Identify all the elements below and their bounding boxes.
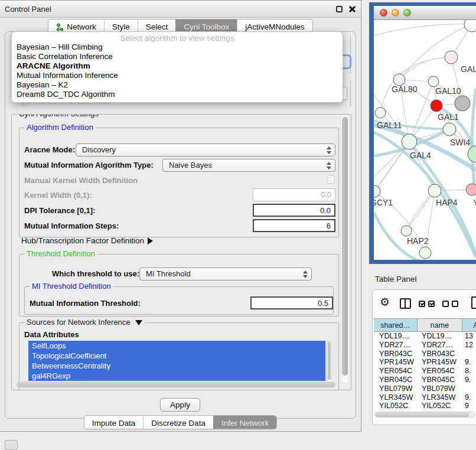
network-node-gal[interactable] — [445, 51, 458, 64]
aracne-mode-value: Discovery — [82, 145, 116, 154]
network-node[interactable] — [419, 247, 431, 259]
table-row[interactable]: YER054CYER054C8. — [374, 367, 476, 376]
network-node-hap4[interactable] — [428, 184, 441, 197]
sources-title-text: Sources for Network Inference — [27, 318, 131, 327]
page-icon[interactable] — [471, 296, 476, 309]
network-window-titlebar — [374, 6, 476, 20]
table-body: YDL19…YDL19…13YDR27…YDR27…12YBR043CYBR04… — [374, 332, 476, 412]
dpi-tolerance-field[interactable]: 0.0 — [253, 204, 335, 217]
apply-button[interactable]: Apply — [160, 398, 200, 412]
mi-steps-field[interactable]: 6 — [253, 219, 335, 232]
tab-network[interactable]: Network — [48, 19, 104, 32]
network-node-hap2[interactable] — [401, 226, 412, 236]
which-threshold-select[interactable]: MI Threshold — [139, 268, 312, 281]
network-node-label: HAP4 — [436, 198, 458, 207]
table-row[interactable]: YLR345WYLR345W9. — [374, 393, 476, 402]
table-horizontal-scrollbar[interactable] — [374, 412, 475, 418]
algorithm-option-aracne-algorithm[interactable]: ARACNE Algorithm — [12, 61, 343, 71]
algorithm-option-basic-correlation-inference[interactable]: Basic Correlation Inference — [12, 52, 343, 61]
minimize-window-icon[interactable] — [392, 9, 399, 17]
tab-select[interactable]: Select — [138, 19, 176, 32]
mi-algorithm-type-select[interactable]: Naive Bayes — [162, 159, 335, 172]
table-column-header[interactable]: shared… — [374, 319, 418, 331]
network-node-gal10[interactable] — [428, 76, 439, 87]
columns-icon[interactable] — [400, 298, 411, 309]
network-node-gal11[interactable] — [375, 107, 386, 118]
network-node-label: GAL10 — [435, 86, 461, 96]
algorithm-option-mutual-information-inference[interactable]: Mutual Information Inference — [12, 71, 343, 80]
table-cell: 8. — [462, 367, 476, 376]
network-node-gal80[interactable] — [393, 74, 405, 86]
collapsed-panel-button[interactable] — [5, 440, 18, 450]
table-column-header[interactable]: name — [418, 319, 462, 331]
tab-label: Cyni Toolbox — [184, 22, 229, 31]
data-attribute-item[interactable]: SelfLoops — [28, 341, 325, 351]
network-edge-highlighted — [472, 89, 476, 195]
network-node[interactable] — [464, 20, 476, 32]
table-cell — [462, 350, 476, 358]
tab-discretize-data[interactable]: Discretize Data — [143, 416, 213, 429]
network-node-y[interactable] — [466, 184, 476, 195]
network-node-gal1[interactable] — [431, 100, 442, 112]
table-row[interactable]: YDL19…YDL19…13 — [374, 332, 476, 341]
table-cell: YER054C — [418, 367, 462, 376]
data-attribute-item[interactable]: TopologicalCoefficient — [28, 351, 325, 361]
data-attributes-list: SelfLoopsTopologicalCoefficientBetweenne… — [28, 341, 325, 382]
table-row[interactable]: YBR043CYBR043C — [374, 350, 476, 358]
manual-kernel-checkbox[interactable] — [327, 175, 335, 184]
unchecked-checkbox-icon[interactable] — [442, 301, 449, 307]
network-node-label: GAL — [461, 64, 476, 74]
network-node-swi4[interactable] — [443, 123, 456, 136]
kernel-width-field[interactable]: 0.0 — [253, 188, 335, 201]
table-row[interactable]: YIL052CYIL052C9 — [374, 402, 476, 410]
settings-vertical-scrollbar[interactable] — [341, 116, 348, 383]
network-node-label: GCY1 — [374, 198, 393, 207]
tab-jactivemnodules[interactable]: jActiveMNodules — [237, 19, 312, 32]
sources-group-title[interactable]: Sources for Network Inference — [24, 318, 145, 327]
network-node[interactable] — [468, 146, 476, 162]
table-toolbar: ⚙ — [373, 290, 476, 316]
gear-icon[interactable]: ⚙ — [380, 295, 390, 309]
hub-definition-label: Hub/Transcription Factor Definition — [21, 236, 144, 245]
algorithm-option-dream8-dc-tdc-algorithm[interactable]: Dream8 DC_TDC Algorithm — [12, 90, 343, 99]
algorithm-option-bayesian-hill-climbing[interactable]: Bayesian – Hill Climbing — [12, 43, 343, 52]
unchecked-checkbox-icon[interactable] — [452, 301, 458, 307]
close-window-icon[interactable] — [380, 9, 387, 17]
network-node-gcy1[interactable] — [374, 185, 380, 197]
attributes-scrollbar[interactable] — [327, 341, 332, 382]
close-panel-icon[interactable] — [348, 5, 356, 13]
tab-style[interactable]: Style — [104, 19, 138, 32]
float-panel-icon[interactable] — [336, 6, 343, 12]
settings-horizontal-scrollbar[interactable] — [15, 381, 341, 387]
data-attribute-item[interactable]: BetweennessCentrality — [28, 361, 325, 371]
zoom-window-icon[interactable] — [403, 9, 411, 17]
table-row[interactable]: YDR27…YDR27…12 — [374, 341, 476, 350]
sources-group: Sources for Network Inference Data Attri… — [19, 322, 339, 390]
table-row[interactable]: YBL079WYBL079W — [374, 384, 476, 393]
tab-label: Network — [67, 22, 96, 31]
tab-label: Style — [112, 22, 130, 31]
table-panel-title: Table Panel — [375, 275, 417, 283]
algorithm-option-bayesian-k2[interactable]: Bayesian – K2 — [12, 80, 343, 90]
network-graph-canvas[interactable]: GALGAL80GAL10GAL1GAL11SWI4GAL4GCY1HAP4YH… — [374, 20, 476, 260]
tab-impute-data[interactable]: Impute Data — [84, 416, 144, 429]
network-node[interactable] — [455, 96, 470, 111]
data-attribute-item[interactable]: gal4RGexp — [28, 371, 325, 381]
table-row[interactable]: YPR145WYPR145W9. — [374, 358, 476, 367]
tab-cyni-toolbox[interactable]: Cyni Toolbox — [175, 19, 237, 32]
table-column-header[interactable]: A — [462, 319, 476, 331]
hub-definition-toggle[interactable]: Hub/Transcription Factor Definition — [21, 236, 153, 245]
checked-checkbox-icon[interactable] — [419, 301, 425, 307]
network-edge — [374, 24, 472, 35]
tab-infer-network[interactable]: Infer Network — [213, 416, 276, 429]
network-node-label: GAL1 — [438, 112, 459, 122]
table-cell: YBR043C — [418, 350, 462, 358]
table-cell: YDL19… — [418, 332, 462, 341]
table-cell: 13 — [462, 332, 476, 341]
checked-checkbox-icon[interactable] — [428, 301, 435, 307]
tab-label: Impute Data — [92, 419, 136, 428]
network-node-gal4[interactable] — [402, 134, 417, 149]
table-row[interactable]: YBR045CYBR045C9. — [374, 376, 476, 384]
aracne-mode-select[interactable]: Discovery — [76, 144, 335, 156]
mi-threshold-field[interactable]: 0.5 — [250, 296, 333, 309]
